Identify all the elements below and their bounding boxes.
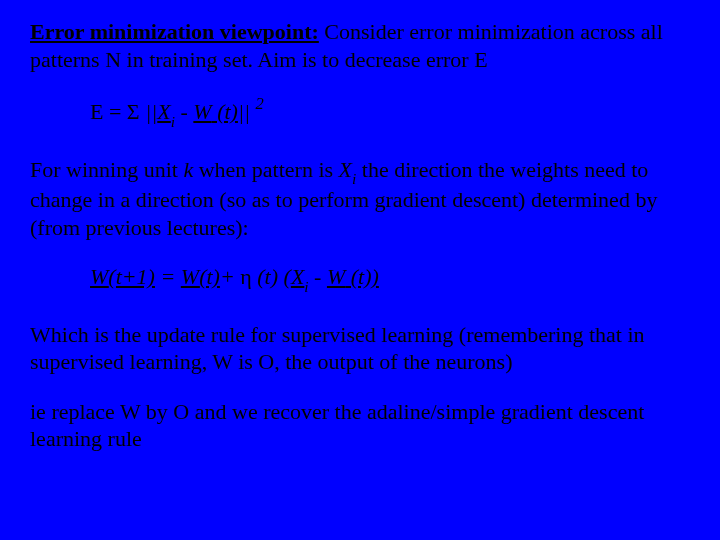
p2-a: For winning unit — [30, 157, 183, 182]
f2-minus: - — [309, 264, 327, 289]
f2-W3: W — [327, 264, 345, 289]
f1-X: X — [157, 99, 170, 124]
f2-t1: (t+1) — [108, 264, 155, 289]
f1-exp: 2 — [256, 94, 264, 113]
f1-minus: - — [175, 99, 193, 124]
formula-update-rule: W(t+1) = W(t)+ η (t) (Xi - W (t)) — [90, 263, 690, 294]
f2-t3: (t) ( — [252, 264, 291, 289]
p2-k: k — [183, 157, 193, 182]
f1-bar1: || — [140, 99, 158, 124]
para-update-rule-explain: Which is the update rule for supervised … — [30, 321, 690, 376]
f2-t2: (t) — [199, 264, 220, 289]
heading-text: Error minimization viewpoint: — [30, 19, 319, 44]
f1-bar2: || — [238, 99, 256, 124]
para-winning-unit: For winning unit k when pattern is Xi th… — [30, 156, 690, 242]
f2-eta: η — [240, 264, 252, 289]
f2-eq: = — [155, 264, 181, 289]
f2-W1: W — [90, 264, 108, 289]
p2-b: when pattern is — [193, 157, 338, 182]
f2-t4: (t)) — [345, 264, 379, 289]
f2-W2: W — [181, 264, 199, 289]
f1-t: (t) — [212, 99, 238, 124]
f1-W: W — [193, 99, 211, 124]
p2-i: i — [352, 170, 356, 187]
f2-plus: + — [220, 264, 240, 289]
f1-i: i — [171, 113, 175, 130]
para-replace-note: ie replace W by O and we recover the ada… — [30, 398, 690, 453]
f2-i: i — [304, 278, 308, 295]
f1-sigma: Σ — [127, 99, 140, 124]
intro-paragraph: Error minimization viewpoint: Consider e… — [30, 18, 690, 73]
p2-X: X — [339, 157, 352, 182]
f1-lhs: E = — [90, 99, 127, 124]
formula-error: E = Σ ||Xi - W (t)|| 2 — [90, 95, 690, 130]
f2-X: X — [291, 264, 304, 289]
